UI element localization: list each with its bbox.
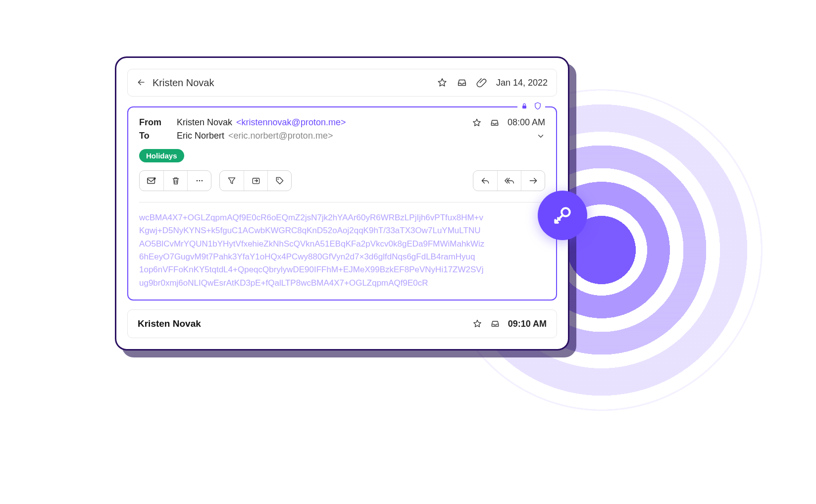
mark-read-icon: [146, 175, 157, 186]
list-item-time: 09:10 AM: [508, 319, 547, 329]
reply-all-icon: [504, 176, 515, 186]
star-icon[interactable]: [437, 77, 448, 88]
to-name: Eric Norbert: [177, 131, 224, 141]
svg-point-6: [201, 180, 203, 182]
message-list-item[interactable]: Kristen Novak 09:10 AM: [127, 309, 557, 338]
toolbar-group-2: [219, 170, 292, 191]
reply-button[interactable]: [473, 171, 497, 191]
key-icon: [552, 204, 573, 226]
label-button[interactable]: [267, 171, 291, 191]
trash-button[interactable]: [163, 171, 187, 191]
label-icon: [275, 176, 285, 186]
thread-date: Jan 14, 2022: [496, 78, 548, 88]
thread-header: Kristen Novak Jan 14, 2022: [127, 69, 557, 97]
star-icon[interactable]: [472, 319, 482, 329]
to-row: To Eric Norbert <eric.norbert@proton.me>: [139, 131, 545, 141]
filter-icon: [227, 176, 237, 186]
trash-icon: [171, 176, 181, 186]
reply-icon[interactable]: [137, 78, 147, 88]
mark-read-button[interactable]: [140, 171, 163, 191]
toolbar-group-reply: [473, 170, 545, 191]
encryption-badges: [517, 101, 545, 110]
svg-rect-1: [522, 105, 526, 108]
more-button[interactable]: [187, 171, 211, 191]
encrypted-body: wcBMA4X7+OGLZqpmAQf9E0cR6oEQmZ2jsN7jk2hY…: [139, 202, 545, 290]
inbox-icon[interactable]: [490, 118, 500, 128]
from-label: From: [139, 117, 177, 128]
forward-button[interactable]: [521, 171, 545, 191]
svg-rect-2: [148, 178, 155, 184]
to-email: <eric.norbert@proton.me>: [228, 131, 333, 141]
move-to-button[interactable]: [244, 171, 267, 191]
inbox-icon[interactable]: [457, 77, 467, 88]
forward-icon: [528, 176, 538, 186]
from-row: From Kristen Novak <kristennovak@proton.…: [139, 117, 545, 128]
reply-all-button[interactable]: [497, 171, 521, 191]
to-label: To: [139, 131, 177, 141]
reply-icon: [480, 176, 490, 186]
message-panel: From Kristen Novak <kristennovak@proton.…: [127, 106, 557, 301]
svg-point-5: [199, 180, 200, 182]
from-email: <kristennovak@proton.me>: [236, 117, 346, 128]
email-card: Kristen Novak Jan 14, 2022: [115, 56, 569, 351]
from-name: Kristen Novak: [177, 117, 232, 128]
shield-icon: [533, 101, 542, 110]
svg-point-4: [196, 180, 198, 182]
inbox-icon[interactable]: [490, 319, 500, 329]
encryption-key-badge: [538, 191, 587, 240]
lock-icon: [520, 102, 528, 110]
message-time: 08:00 AM: [508, 117, 545, 128]
svg-point-8: [277, 179, 278, 180]
svg-point-3: [153, 177, 155, 179]
thread-sender: Kristen Novak: [153, 77, 214, 89]
more-icon: [195, 176, 204, 186]
star-icon[interactable]: [472, 118, 482, 128]
filter-button[interactable]: [220, 171, 244, 191]
move-to-icon: [251, 176, 261, 186]
list-item-sender: Kristen Novak: [138, 318, 201, 329]
paperclip-icon[interactable]: [476, 77, 487, 88]
label-tag[interactable]: Holidays: [139, 149, 184, 162]
message-toolbar: [139, 170, 545, 191]
chevron-down-icon[interactable]: [536, 132, 545, 141]
toolbar-group-1: [139, 170, 211, 191]
